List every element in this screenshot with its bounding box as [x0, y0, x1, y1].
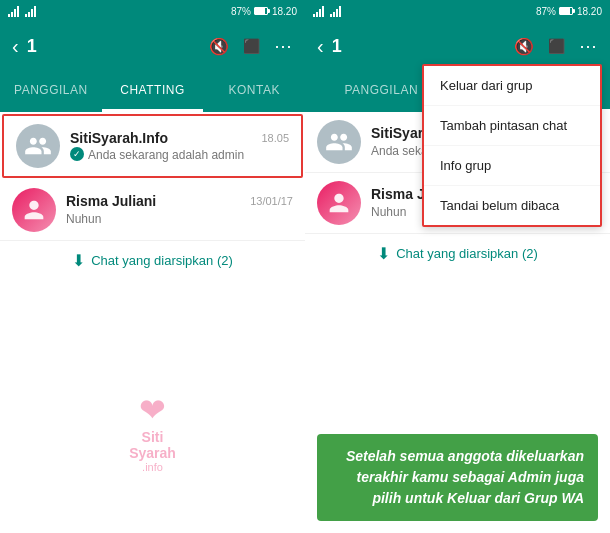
chat-name-row-risma: Risma Juliani 13/01/17 [66, 193, 293, 209]
person-avatar-icon [20, 196, 48, 224]
header-icons-left: 🔇 ⬛ ⋯ [209, 35, 293, 57]
group-avatar-icon-right [325, 128, 353, 156]
back-button-right[interactable]: ‹ [317, 35, 324, 58]
archived-section-left[interactable]: ⬇ Chat yang diarsipkan (2) [0, 241, 305, 280]
signal-bars [8, 5, 19, 17]
chat-time-risma: 13/01/17 [250, 195, 293, 207]
signal-bar-2 [11, 12, 13, 17]
header-title-right: 1 [332, 36, 506, 57]
tabs-left: PANGGILAN CHATTING KONTAK [0, 70, 305, 112]
archive-icon-right: ⬇ [377, 244, 390, 263]
avatar-risma-right [317, 181, 361, 225]
tab-panggilan-left[interactable]: PANGGILAN [0, 70, 102, 112]
avatar-risma [12, 188, 56, 232]
dropdown-item-keluar[interactable]: Keluar dari grup [424, 66, 600, 106]
archived-label-right: Chat yang diarsipkan (2) [396, 246, 538, 261]
chat-info-sitisyarah: SitiSyarah.Info 18.05 ✓ Anda sekarang ad… [70, 130, 289, 162]
tab-kontak-left[interactable]: KONTAK [203, 70, 305, 112]
battery-percent: 87% [231, 6, 251, 17]
check-icon: ✓ [70, 147, 84, 161]
right-battery-icon [559, 7, 573, 15]
battery-icon [254, 7, 268, 15]
archived-label-left: Chat yang diarsipkan (2) [91, 253, 233, 268]
bottom-instruction-box: Setelah semua anggota dikeluarkan terakh… [317, 434, 598, 521]
chat-info-risma: Risma Juliani 13/01/17 Nuhun [66, 193, 293, 227]
tab-chatting-left[interactable]: CHATTING [102, 70, 204, 112]
dropdown-item-tambah[interactable]: Tambah pintasan chat [424, 106, 600, 146]
left-wa-header: ‹ 1 🔇 ⬛ ⋯ [0, 22, 305, 70]
avatar-sitisyarah-right [317, 120, 361, 164]
mute-icon[interactable]: 🔇 [209, 37, 229, 56]
chat-preview-risma: Nuhun [66, 212, 101, 226]
signal-bar-3 [14, 9, 16, 17]
chat-preview-risma-right: Nuhun [371, 205, 406, 219]
dropdown-menu: Keluar dari grup Tambah pintasan chat In… [422, 64, 602, 227]
avatar-sitisyarah [16, 124, 60, 168]
right-status-right: 87% 18.20 [536, 6, 602, 17]
right-signal-bars-2 [330, 5, 341, 17]
person-avatar-icon-right [325, 189, 353, 217]
back-button-left[interactable]: ‹ [12, 35, 19, 58]
signal-bar2-4 [34, 6, 36, 17]
right-mute-icon[interactable]: 🔇 [514, 37, 534, 56]
right-status-bar: 87% 18.20 [305, 0, 610, 22]
more-icon[interactable]: ⋯ [274, 35, 293, 57]
status-time: 18.20 [272, 6, 297, 17]
signal-bar-1 [8, 14, 10, 17]
chat-list-left: SitiSyarah.Info 18.05 ✓ Anda sekarang ad… [0, 112, 305, 533]
archived-section-right[interactable]: ⬇ Chat yang diarsipkan (2) [305, 234, 610, 273]
archive-icon: ⬇ [72, 251, 85, 270]
status-right: 87% 18.20 [231, 6, 297, 17]
right-signal-bars [313, 5, 324, 17]
right-battery-percent: 87% [536, 6, 556, 17]
chat-preview-sitisyarah: ✓ Anda sekarang adalah admin [70, 146, 289, 162]
right-wa-header: ‹ 1 🔇 ⬛ ⋯ [305, 22, 610, 70]
right-camera-icon[interactable]: ⬛ [548, 38, 565, 54]
chat-item-sitisyarah[interactable]: SitiSyarah.Info 18.05 ✓ Anda sekarang ad… [2, 114, 303, 178]
right-phone-panel: 87% 18.20 ‹ 1 🔇 ⬛ ⋯ PANGGILAN C... [305, 0, 610, 533]
chat-name-row-sitisyarah: SitiSyarah.Info 18.05 [70, 130, 289, 146]
group-avatar-icon [24, 132, 52, 160]
signal-bar-4 [17, 6, 19, 17]
status-left [8, 5, 36, 17]
right-status-time: 18.20 [577, 6, 602, 17]
bottom-instruction-text: Setelah semua anggota dikeluarkan terakh… [346, 448, 584, 506]
dropdown-item-info[interactable]: Info grup [424, 146, 600, 186]
signal-bar2-1 [25, 14, 27, 17]
left-phone-panel: 87% 18.20 ‹ 1 🔇 ⬛ ⋯ PANGGILAN CHATTING K… [0, 0, 305, 533]
chat-time-sitisyarah: 18.05 [261, 132, 289, 144]
header-title-left: 1 [27, 36, 201, 57]
dropdown-item-tandai[interactable]: Tandai belum dibaca [424, 186, 600, 225]
right-more-icon[interactable]: ⋯ [579, 35, 598, 57]
header-icons-right: 🔇 ⬛ ⋯ [514, 35, 598, 57]
chat-name-sitisyarah: SitiSyarah.Info [70, 130, 168, 146]
chat-name-risma: Risma Juliani [66, 193, 156, 209]
left-status-bar: 87% 18.20 [0, 0, 305, 22]
battery-fill [255, 8, 265, 14]
right-status-left [313, 5, 341, 17]
signal-bar2-2 [28, 12, 30, 17]
signal-bar2-3 [31, 9, 33, 17]
chat-item-risma[interactable]: Risma Juliani 13/01/17 Nuhun [0, 180, 305, 241]
signal-bars-2 [25, 5, 36, 17]
admin-text: Anda sekarang adalah admin [88, 148, 244, 162]
camera-icon[interactable]: ⬛ [243, 38, 260, 54]
